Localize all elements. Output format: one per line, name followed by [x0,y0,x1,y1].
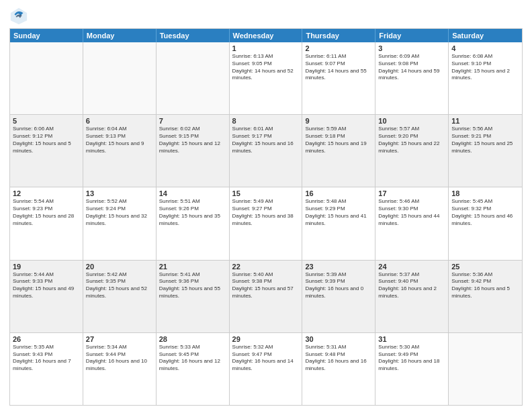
day-info: Sunrise: 5:45 AM Sunset: 9:32 PM Dayligh… [451,198,519,227]
day-number: 29 [232,335,300,343]
day-number: 25 [451,263,519,271]
cal-cell [83,42,157,114]
day-number: 28 [159,335,226,343]
cal-cell: 6Sunrise: 6:04 AM Sunset: 9:13 PM Daylig… [83,115,157,187]
day-info: Sunrise: 5:41 AM Sunset: 9:36 PM Dayligh… [159,271,226,300]
day-number: 14 [159,189,226,197]
day-number: 17 [378,189,445,197]
day-header-wednesday: Wednesday [230,29,303,42]
cal-cell [10,42,83,114]
cal-cell: 16Sunrise: 5:48 AM Sunset: 9:29 PM Dayli… [302,187,375,259]
day-number: 21 [159,263,226,271]
cal-cell: 10Sunrise: 5:57 AM Sunset: 9:20 PM Dayli… [375,115,449,187]
day-info: Sunrise: 5:40 AM Sunset: 9:38 PM Dayligh… [232,271,300,300]
day-info: Sunrise: 5:30 AM Sunset: 9:49 PM Dayligh… [378,344,445,373]
cal-cell: 12Sunrise: 5:54 AM Sunset: 9:23 PM Dayli… [10,187,83,259]
cal-cell: 28Sunrise: 5:33 AM Sunset: 9:45 PM Dayli… [157,333,230,405]
day-info: Sunrise: 6:08 AM Sunset: 9:10 PM Dayligh… [451,53,519,82]
cal-cell [449,333,522,405]
day-info: Sunrise: 6:13 AM Sunset: 9:05 PM Dayligh… [232,53,300,82]
cal-cell: 20Sunrise: 5:42 AM Sunset: 9:35 PM Dayli… [83,261,157,332]
cal-cell: 31Sunrise: 5:30 AM Sunset: 9:49 PM Dayli… [375,333,449,405]
cal-cell [157,42,230,114]
cal-cell: 24Sunrise: 5:37 AM Sunset: 9:40 PM Dayli… [375,261,449,332]
page: SundayMondayTuesdayWednesdayThursdayFrid… [0,0,532,411]
day-number: 8 [232,117,300,125]
day-number: 12 [13,189,80,197]
week-row-2: 5Sunrise: 6:06 AM Sunset: 9:12 PM Daylig… [10,114,522,187]
day-header-friday: Friday [375,29,449,42]
cal-cell: 11Sunrise: 5:56 AM Sunset: 9:21 PM Dayli… [449,115,522,187]
day-header-tuesday: Tuesday [157,29,230,42]
day-number: 30 [305,335,372,343]
day-info: Sunrise: 5:44 AM Sunset: 9:33 PM Dayligh… [13,271,80,300]
cal-cell: 7Sunrise: 6:02 AM Sunset: 9:15 PM Daylig… [157,115,230,187]
cal-cell: 15Sunrise: 5:49 AM Sunset: 9:27 PM Dayli… [230,187,303,259]
logo-icon [9,7,28,26]
day-info: Sunrise: 5:33 AM Sunset: 9:45 PM Dayligh… [159,344,226,373]
cal-cell: 17Sunrise: 5:46 AM Sunset: 9:30 PM Dayli… [375,187,449,259]
day-info: Sunrise: 5:54 AM Sunset: 9:23 PM Dayligh… [13,198,80,227]
day-number: 13 [86,189,153,197]
day-number: 16 [305,189,372,197]
day-info: Sunrise: 5:52 AM Sunset: 9:24 PM Dayligh… [86,198,153,227]
week-row-4: 19Sunrise: 5:44 AM Sunset: 9:33 PM Dayli… [10,260,522,332]
cal-cell: 9Sunrise: 5:59 AM Sunset: 9:18 PM Daylig… [302,115,375,187]
week-row-1: 1Sunrise: 6:13 AM Sunset: 9:05 PM Daylig… [10,42,522,114]
day-info: Sunrise: 5:56 AM Sunset: 9:21 PM Dayligh… [451,126,519,154]
day-number: 3 [378,44,445,52]
day-info: Sunrise: 5:39 AM Sunset: 9:39 PM Dayligh… [305,271,372,300]
cal-cell: 27Sunrise: 5:34 AM Sunset: 9:44 PM Dayli… [83,333,157,405]
day-info: Sunrise: 5:46 AM Sunset: 9:30 PM Dayligh… [378,198,445,227]
cal-cell: 8Sunrise: 6:01 AM Sunset: 9:17 PM Daylig… [230,115,303,187]
day-number: 15 [232,189,300,197]
day-number: 7 [159,117,226,125]
day-number: 23 [305,263,372,271]
cal-cell: 2Sunrise: 6:11 AM Sunset: 9:07 PM Daylig… [302,42,375,114]
day-number: 26 [13,335,80,343]
day-info: Sunrise: 5:37 AM Sunset: 9:40 PM Dayligh… [378,271,445,300]
day-info: Sunrise: 6:02 AM Sunset: 9:15 PM Dayligh… [159,126,226,154]
day-info: Sunrise: 5:48 AM Sunset: 9:29 PM Dayligh… [305,198,372,227]
day-header-monday: Monday [83,29,157,42]
cal-cell: 29Sunrise: 5:32 AM Sunset: 9:47 PM Dayli… [230,333,303,405]
cal-cell: 3Sunrise: 6:09 AM Sunset: 9:08 PM Daylig… [375,42,449,114]
cal-cell: 30Sunrise: 5:31 AM Sunset: 9:48 PM Dayli… [302,333,375,405]
day-number: 18 [451,189,519,197]
day-header-sunday: Sunday [10,29,83,42]
day-number: 24 [378,263,445,271]
day-info: Sunrise: 6:09 AM Sunset: 9:08 PM Dayligh… [378,53,445,82]
cal-cell: 22Sunrise: 5:40 AM Sunset: 9:38 PM Dayli… [230,261,303,332]
calendar-header: SundayMondayTuesdayWednesdayThursdayFrid… [10,29,522,42]
day-info: Sunrise: 5:36 AM Sunset: 9:42 PM Dayligh… [451,271,519,300]
day-number: 27 [86,335,153,343]
day-number: 19 [13,263,80,271]
cal-cell: 19Sunrise: 5:44 AM Sunset: 9:33 PM Dayli… [10,261,83,332]
day-number: 31 [378,335,445,343]
day-info: Sunrise: 5:59 AM Sunset: 9:18 PM Dayligh… [305,126,372,154]
calendar-body: 1Sunrise: 6:13 AM Sunset: 9:05 PM Daylig… [10,42,522,405]
day-info: Sunrise: 6:11 AM Sunset: 9:07 PM Dayligh… [305,53,372,82]
day-number: 1 [232,44,300,52]
cal-cell: 23Sunrise: 5:39 AM Sunset: 9:39 PM Dayli… [302,261,375,332]
cal-cell: 1Sunrise: 6:13 AM Sunset: 9:05 PM Daylig… [230,42,303,114]
cal-cell: 18Sunrise: 5:45 AM Sunset: 9:32 PM Dayli… [449,187,522,259]
cal-cell: 21Sunrise: 5:41 AM Sunset: 9:36 PM Dayli… [157,261,230,332]
day-number: 9 [305,117,372,125]
day-number: 4 [451,44,519,52]
day-info: Sunrise: 5:49 AM Sunset: 9:27 PM Dayligh… [232,198,300,227]
day-header-saturday: Saturday [449,29,522,42]
day-info: Sunrise: 5:32 AM Sunset: 9:47 PM Dayligh… [232,344,300,373]
day-info: Sunrise: 6:06 AM Sunset: 9:12 PM Dayligh… [13,126,80,154]
logo [9,7,31,26]
week-row-3: 12Sunrise: 5:54 AM Sunset: 9:23 PM Dayli… [10,187,522,259]
day-info: Sunrise: 5:51 AM Sunset: 9:26 PM Dayligh… [159,198,226,227]
day-info: Sunrise: 5:35 AM Sunset: 9:43 PM Dayligh… [13,344,80,373]
week-row-5: 26Sunrise: 5:35 AM Sunset: 9:43 PM Dayli… [10,332,522,405]
calendar: SundayMondayTuesdayWednesdayThursdayFrid… [9,28,523,406]
day-info: Sunrise: 6:01 AM Sunset: 9:17 PM Dayligh… [232,126,300,154]
day-number: 22 [232,263,300,271]
cal-cell: 25Sunrise: 5:36 AM Sunset: 9:42 PM Dayli… [449,261,522,332]
day-info: Sunrise: 5:31 AM Sunset: 9:48 PM Dayligh… [305,344,372,373]
day-number: 20 [86,263,153,271]
